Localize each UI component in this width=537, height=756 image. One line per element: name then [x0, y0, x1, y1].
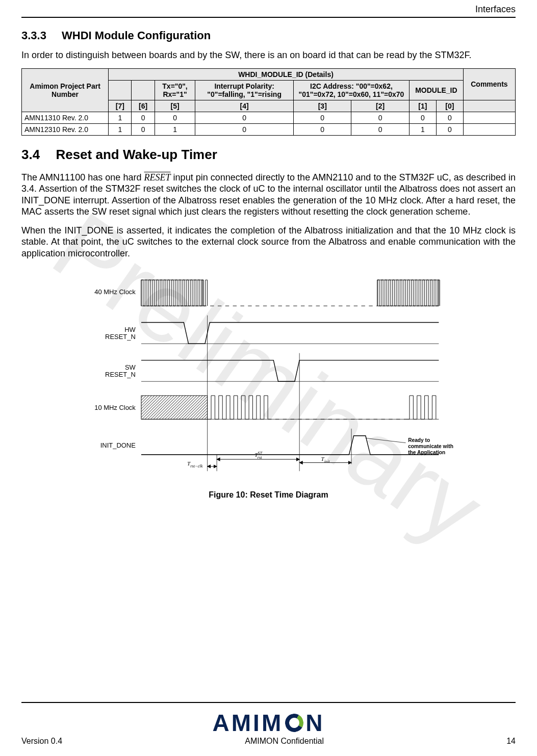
page-header: Interfaces: [21, 0, 516, 18]
cell: 0: [436, 112, 463, 123]
s34-p1: The AMN11100 has one hard RESET input pi…: [21, 172, 516, 218]
timing-diagram-svg: 40 MHz Clock HW RESET_N SW RESET_N 10 MH…: [75, 268, 463, 485]
cell: [463, 112, 515, 123]
heading-34-num: 3.4: [21, 147, 40, 163]
col-part-number: Amimon Project Part Number: [22, 68, 109, 112]
trstST-text: TSTrst: [254, 451, 263, 460]
hdr-txrx: Tx="0", Rx="1": [155, 80, 195, 100]
cell: 1: [109, 123, 132, 135]
label-swrst-2: RESET_N: [105, 371, 136, 378]
cell: 1: [109, 112, 132, 123]
bit-6: [6]: [132, 100, 155, 112]
logo-ring-icon: [283, 712, 305, 734]
cell: 1: [409, 123, 436, 135]
ready-text-3: the Application: [408, 450, 445, 455]
heading-333: 3.3.3 WHDI Module Configuration: [21, 29, 516, 42]
col-group-header: WHDI_MODULE_ID (Details): [109, 68, 464, 80]
bit-3: [3]: [294, 100, 351, 112]
hdr-blank2: [132, 80, 155, 100]
s34-p1a: The AMN11100 has one hard: [21, 172, 144, 183]
heading-34: 3.4 Reset and Wake-up Timer: [21, 147, 516, 163]
initdone-wave: [141, 436, 438, 455]
table-row: Amimon Project Part Number WHDI_MODULE_I…: [22, 68, 516, 80]
heading-34-title: Reset and Wake-up Timer: [56, 147, 217, 162]
trstclk-text: Trst−clk: [187, 460, 203, 468]
clk10-unknown: [141, 396, 207, 419]
label-swrst-1: SW: [124, 363, 136, 371]
cell: [463, 123, 515, 135]
cell: 0: [409, 112, 436, 123]
pn-0: AMN11310 Rev. 2.0: [22, 112, 109, 123]
cell: 0: [132, 112, 155, 123]
hdr-blank1: [109, 80, 132, 100]
heading-333-num: 3.3.3: [21, 29, 46, 42]
bit-4: [4]: [195, 100, 294, 112]
cell: 0: [351, 123, 409, 135]
s333-intro: In order to distinguish between boards a…: [21, 49, 516, 61]
label-clk40: 40 MHz Clock: [94, 288, 136, 296]
label-clk10: 10 MHz Clock: [94, 404, 136, 411]
ready-text-2: communicate with: [408, 444, 453, 449]
page-footer: AMIM N Version 0.4 AMIMON Confidential 1…: [21, 600, 516, 746]
s34-p2: When the INIT_DONE is asserted, it indic…: [21, 225, 516, 259]
footer-version: Version 0.4: [21, 737, 62, 746]
logo-right: N: [305, 709, 324, 737]
cell: 0: [195, 112, 294, 123]
cell: 1: [155, 123, 195, 135]
table-row: AMN12310 Rev. 2.0 1 0 1 0 0 0 1 0: [22, 123, 516, 135]
cell: 0: [294, 123, 351, 135]
hwrst-wave: [141, 323, 438, 344]
pn-1: AMN12310 Rev. 2.0: [22, 123, 109, 135]
cell: 0: [436, 123, 463, 135]
footer-page: 14: [506, 737, 516, 746]
hdr-i2c: I2C Address: "00"=0x62, "01"=0x72, 10"=0…: [294, 80, 410, 100]
bit-2: [2]: [351, 100, 409, 112]
reset-signal: RESET: [144, 172, 171, 183]
cell: 0: [155, 112, 195, 123]
bit-1: [1]: [409, 100, 436, 112]
clk10-wave: [207, 396, 436, 419]
col-comments: Comments: [463, 68, 515, 100]
clk40-wave: [141, 280, 439, 306]
header-section: Interfaces: [475, 4, 516, 14]
module-id-table: Amimon Project Part Number WHDI_MODULE_I…: [21, 68, 516, 136]
heading-333-title: WHDI Module Configuration: [62, 29, 211, 42]
bit-5: [5]: [155, 100, 195, 112]
ready-text-1: Ready to: [408, 437, 430, 443]
reset-time-diagram: 40 MHz Clock HW RESET_N SW RESET_N 10 MH…: [21, 268, 516, 500]
bit-0: [0]: [436, 100, 463, 112]
hdr-modid: MODULE_ID: [409, 80, 463, 100]
logo-left: AMIM: [213, 709, 284, 737]
ready-leader: [365, 438, 405, 442]
comments-blank: [463, 100, 515, 112]
cell: 0: [351, 112, 409, 123]
cell: 0: [195, 123, 294, 135]
label-hwrst-2: RESET_N: [105, 333, 136, 341]
label-initdone: INIT_DONE: [100, 441, 135, 449]
footer-confidential: AMIMON Confidential: [62, 737, 506, 746]
bit-7: [7]: [109, 100, 132, 112]
cell: 0: [294, 112, 351, 123]
cell: 0: [132, 123, 155, 135]
label-hwrst-1: HW: [124, 326, 136, 333]
figure-caption: Figure 10: Reset Time Diagram: [21, 490, 516, 500]
footer-logo: AMIM N: [21, 709, 516, 737]
swrst-wave: [141, 360, 438, 382]
table-row: AMN11310 Rev. 2.0 1 0 0 0 0 0 0 0: [22, 112, 516, 123]
hdr-intpol: Interrupt Polarity: "0"=falling, "1"=ris…: [195, 80, 294, 100]
